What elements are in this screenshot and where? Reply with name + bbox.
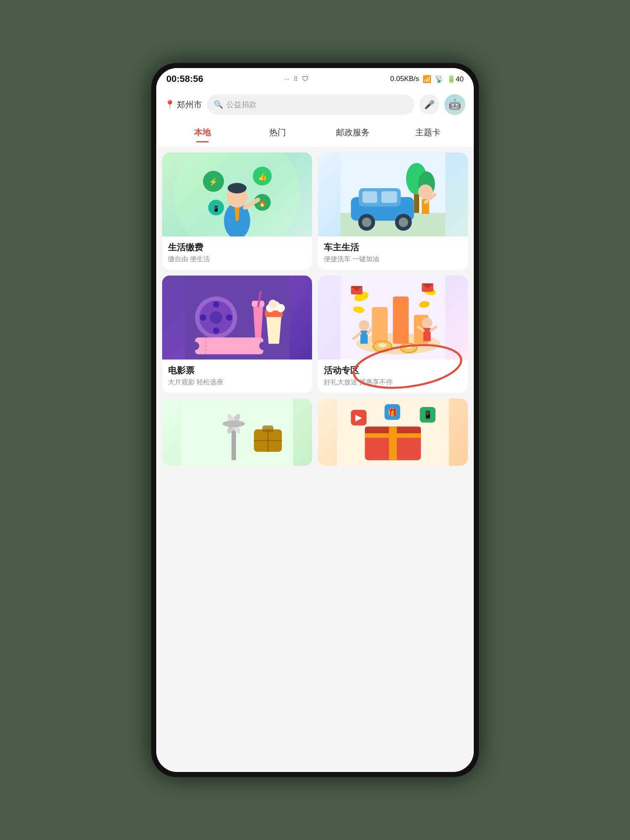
location-button[interactable]: 📍 郑州市 [165, 99, 202, 110]
phone-frame: 00:58:56 ··· ⠿ 🛡 0.05KB/s 📶 📡 🔋40 📍 郑州市 … [151, 63, 479, 777]
svg-text:👍: 👍 [258, 172, 267, 181]
svg-point-49 [191, 342, 200, 350]
tab-theme-card[interactable]: 主题卡 [390, 124, 465, 141]
service-grid: ⚡ 👍 🔥 📱 生活缴费 缴自由 便生活 [162, 152, 468, 393]
svg-point-25 [362, 218, 372, 227]
card-movie-image [162, 276, 312, 360]
svg-text:▶: ▶ [355, 412, 362, 423]
svg-rect-79 [231, 427, 236, 460]
main-content: ⚡ 👍 🔥 📱 生活缴费 缴自由 便生活 [156, 147, 474, 772]
header: 📍 郑州市 🔍 公益捐款 🎤 🤖 [156, 90, 474, 121]
svg-rect-90 [389, 427, 397, 460]
svg-rect-54 [372, 307, 388, 344]
wifi-icon: 📶 [423, 75, 431, 84]
search-icon: 🔍 [214, 100, 223, 109]
bottom-grid: ▶ 📱 🎁 [162, 399, 468, 466]
card-activity-info: 活动专区 好礼大放送 优惠享不停 [318, 360, 468, 393]
svg-point-82 [223, 420, 245, 427]
svg-point-50 [259, 342, 268, 350]
search-bar[interactable]: 🔍 公益捐款 [207, 94, 414, 115]
avatar-icon: 🤖 [449, 99, 461, 110]
card-activity-zone[interactable]: 活动专区 好礼大放送 优惠享不停 [318, 276, 468, 393]
signal-icon: 📡 [435, 75, 444, 84]
svg-point-27 [399, 218, 408, 227]
svg-point-46 [276, 304, 285, 312]
svg-text:📱: 📱 [423, 410, 433, 420]
card-life-info: 生活缴费 缴自由 便生活 [162, 236, 312, 270]
nav-tabs: 本地 热门 邮政服务 主题卡 [156, 121, 474, 147]
svg-text:📱: 📱 [213, 205, 220, 213]
card-activity-subtitle: 好礼大放送 优惠享不停 [324, 378, 462, 387]
svg-rect-22 [362, 192, 377, 203]
svg-point-74 [378, 343, 387, 347]
svg-point-47 [269, 300, 277, 308]
svg-rect-55 [393, 297, 409, 344]
battery-icon: 🔋40 [447, 75, 464, 84]
svg-point-37 [200, 315, 206, 321]
tab-postal[interactable]: 邮政服务 [315, 124, 390, 141]
mic-button[interactable]: 🎤 [419, 94, 439, 115]
card-life-image: ⚡ 👍 🔥 📱 [162, 152, 312, 236]
location-icon: 📍 [165, 100, 175, 110]
svg-point-35 [213, 301, 219, 307]
svg-point-4 [228, 183, 247, 194]
tab-hot[interactable]: 热门 [240, 124, 315, 141]
svg-point-36 [213, 328, 219, 334]
svg-point-34 [210, 311, 223, 324]
svg-rect-23 [381, 192, 397, 203]
avatar[interactable]: 🤖 [444, 94, 465, 115]
card-movie-ticket[interactable]: 电影票 大片观影 轻松选座 [162, 276, 312, 393]
svg-point-69 [422, 318, 432, 328]
card-car-image [318, 152, 468, 236]
card-activity-image [318, 276, 468, 360]
status-bar: 00:58:56 ··· ⠿ 🛡 0.05KB/s 📶 📡 🔋40 [156, 68, 474, 90]
bottom-card-right[interactable]: ▶ 📱 🎁 [318, 399, 468, 466]
svg-text:🎁: 🎁 [388, 407, 398, 417]
card-life-subtitle: 缴自由 便生活 [168, 255, 306, 264]
card-movie-info: 电影票 大片观影 轻松选座 [162, 360, 312, 393]
card-life-title: 生活缴费 [168, 242, 306, 253]
svg-point-76 [405, 345, 412, 349]
svg-rect-91 [365, 433, 421, 438]
svg-point-65 [359, 320, 369, 331]
search-placeholder-text: 公益捐款 [226, 100, 407, 110]
card-activity-title: 活动专区 [324, 365, 462, 376]
svg-point-38 [226, 315, 232, 321]
location-text: 郑州市 [177, 99, 202, 110]
phone-screen: 00:58:56 ··· ⠿ 🛡 0.05KB/s 📶 📡 🔋40 📍 郑州市 … [156, 68, 474, 772]
card-life-payment[interactable]: ⚡ 👍 🔥 📱 生活缴费 缴自由 便生活 [162, 152, 312, 270]
bottom-card-left[interactable] [162, 399, 312, 466]
status-time: 00:58:56 [166, 74, 203, 84]
status-icons: 0.05KB/s 📶 📡 🔋40 [390, 75, 464, 84]
svg-text:⚡: ⚡ [209, 177, 218, 186]
card-car-subtitle: 便捷洗车 一键加油 [324, 255, 462, 264]
card-movie-title: 电影票 [168, 365, 306, 376]
card-car-info: 车主生活 便捷洗车 一键加油 [318, 236, 468, 270]
card-movie-subtitle: 大片观影 轻松选座 [168, 378, 306, 387]
card-car-owner[interactable]: 车主生活 便捷洗车 一键加油 [318, 152, 468, 270]
data-speed: 0.05KB/s [390, 75, 419, 83]
card-car-title: 车主生活 [324, 242, 462, 253]
tab-local[interactable]: 本地 [165, 124, 240, 141]
